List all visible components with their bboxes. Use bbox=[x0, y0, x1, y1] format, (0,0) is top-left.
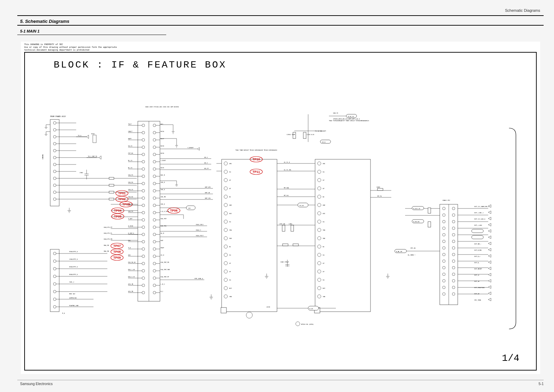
svg-text:MT_FO: MT_FO bbox=[377, 195, 382, 197]
svg-rect-329 bbox=[303, 132, 306, 139]
svg-point-161 bbox=[153, 262, 156, 265]
svg-point-100 bbox=[142, 189, 145, 192]
svg-text:N_C: N_C bbox=[161, 291, 163, 292]
svg-rect-409 bbox=[428, 222, 431, 227]
svg-text:AGC: AGC bbox=[229, 213, 232, 214]
svg-text:EXT_+_620: EXT_+_620 bbox=[474, 224, 482, 226]
svg-point-228 bbox=[53, 267, 56, 270]
svg-point-372 bbox=[443, 233, 445, 236]
svg-text:EXT_B_REC: EXT_B_REC bbox=[474, 249, 482, 251]
svg-text:L_N_1: L_N_1 bbox=[161, 283, 165, 285]
svg-text:NCE: NCE bbox=[161, 240, 163, 241]
svg-point-393 bbox=[443, 279, 445, 282]
svg-text:VES_E: VES_E bbox=[161, 189, 165, 190]
svg-text:AT: AT bbox=[323, 188, 324, 189]
svg-text:DXG/CTV_PT: DXG/CTV_PT bbox=[104, 226, 113, 228]
svg-text:XRC: XRC bbox=[323, 163, 325, 164]
svg-text:DXG/CTV_PL: DXG/CTV_PL bbox=[104, 232, 113, 234]
connector-left-main: FROM POWER ASSY CHROMA bbox=[42, 115, 104, 206]
footer-right: 5-1 bbox=[539, 382, 544, 386]
svg-point-166 bbox=[142, 269, 145, 272]
svg-text:EXT_+_REC_+: EXT_+_REC_+ bbox=[474, 212, 484, 214]
svg-text:SV_03: SV_03 bbox=[300, 205, 304, 206]
svg-text:YRA: YRA bbox=[323, 229, 325, 231]
svg-point-154 bbox=[142, 255, 145, 258]
svg-point-388 bbox=[452, 266, 455, 269]
svg-text:AXPER/20V: AXPER/20V bbox=[69, 297, 77, 299]
svg-text:EN1: EN1 bbox=[128, 240, 131, 241]
connector-right: CN001 STV bbox=[440, 199, 488, 305]
svg-text:CNGLT: CNGLT bbox=[128, 131, 133, 132]
svg-text:HWFT: HWFT bbox=[128, 138, 132, 140]
svg-text:B_04_YX: B_04_YX bbox=[348, 116, 354, 117]
svg-text:EXT_Y/C_620_A: EXT_Y/C_620_A bbox=[474, 218, 485, 220]
svg-point-316 bbox=[318, 270, 321, 273]
svg-point-179 bbox=[153, 284, 156, 287]
svg-point-15 bbox=[53, 170, 56, 173]
svg-point-271 bbox=[224, 245, 227, 248]
svg-point-310 bbox=[318, 245, 321, 248]
svg-rect-39 bbox=[109, 177, 114, 179]
svg-point-53 bbox=[153, 131, 156, 134]
svg-point-3 bbox=[53, 128, 56, 131]
svg-text:VES_E: VES_E bbox=[161, 181, 165, 183]
svg-text:VXA_B1: VXA_B1 bbox=[128, 196, 133, 198]
svg-text:VXA_P1: VXA_P1 bbox=[128, 211, 133, 212]
svg-text:EXT_HI: EXT_HI bbox=[474, 293, 480, 295]
svg-text:EXT_B_+: EXT_B_+ bbox=[474, 256, 480, 257]
svg-point-9 bbox=[53, 149, 56, 152]
svg-point-234 bbox=[53, 290, 56, 293]
svg-text:SG: SG bbox=[323, 254, 324, 256]
svg-text:DXG_V_YV: DXG_V_YV bbox=[128, 276, 135, 278]
svg-point-355 bbox=[296, 322, 300, 326]
svg-point-306 bbox=[318, 228, 321, 232]
svg-text:OD_CP: OD_CP bbox=[204, 168, 209, 169]
svg-text:YHIL_C: YHIL_C bbox=[69, 281, 74, 283]
svg-text:AYG_FB: AYG_FB bbox=[128, 291, 133, 292]
svg-text:C002 470uF: C002 470uF bbox=[280, 261, 289, 263]
svg-point-52 bbox=[142, 131, 145, 134]
svg-text:NC: NC bbox=[229, 246, 231, 248]
svg-text:NCI: NCI bbox=[323, 287, 325, 289]
svg-point-149 bbox=[153, 248, 156, 250]
svg-text:IDE: IDE bbox=[229, 238, 232, 239]
svg-text:SG: SG bbox=[229, 254, 231, 256]
svg-text:IDE: IDE bbox=[323, 238, 325, 239]
svg-text:EXT_+K: EXT_+K bbox=[474, 280, 480, 282]
svg-point-65 bbox=[153, 146, 156, 149]
svg-text:TX_1_INT_TX: TX_1_INT_TX bbox=[88, 155, 97, 157]
svg-point-384 bbox=[443, 260, 445, 262]
svg-point-363 bbox=[443, 214, 445, 216]
svg-text:TP08: TP08 bbox=[113, 250, 121, 253]
svg-rect-42 bbox=[109, 198, 114, 200]
svg-text:BT293 5K (4970): BT293 5K (4970) bbox=[301, 323, 314, 325]
svg-point-64 bbox=[142, 146, 145, 149]
svg-text:A_SXLD: A_SXLD bbox=[128, 225, 133, 227]
svg-text:YRA: YRA bbox=[229, 229, 232, 231]
svg-text:SG: SG bbox=[323, 279, 324, 281]
svg-text:SV_8: SV_8 bbox=[322, 141, 325, 143]
top-right-net: B_04_YX SAD_YX JP1RX\nZEG\nR1:01\nNTS:NF… bbox=[329, 112, 360, 120]
svg-text:OHS_TR1: OHS_TR1 bbox=[161, 225, 167, 227]
svg-point-137 bbox=[153, 233, 156, 236]
svg-point-399 bbox=[443, 293, 445, 295]
svg-text:EXG_EH_UV: EXG_EH_UV bbox=[128, 261, 136, 263]
svg-point-224 bbox=[53, 252, 56, 255]
svg-point-396 bbox=[443, 286, 445, 289]
svg-point-300 bbox=[318, 203, 321, 207]
svg-point-290 bbox=[318, 162, 321, 165]
svg-point-82 bbox=[142, 168, 145, 170]
svg-point-385 bbox=[452, 260, 455, 262]
svg-text:DXG/CTV_PR: DXG/CTV_PR bbox=[104, 238, 113, 240]
svg-point-281 bbox=[224, 286, 227, 290]
svg-text:XT: XT bbox=[229, 271, 231, 273]
svg-point-136 bbox=[142, 233, 145, 236]
mid-right-network: R455 MT_FO bbox=[370, 186, 391, 197]
svg-text:RED 10V: RED 10V bbox=[69, 293, 75, 295]
svg-text:EXT_Y/C_ADDR_REC_+: EXT_Y/C_ADDR_REC_+ bbox=[474, 206, 490, 207]
svg-text:OD_4: OD_4 bbox=[204, 157, 208, 158]
svg-text:+B0: +B0 bbox=[229, 296, 232, 297]
schematic-frame: This DRAWING is PROPERTY of SEC Use or c… bbox=[21, 42, 540, 374]
svg-point-143 bbox=[153, 240, 156, 243]
svg-text:NC18: NC18 bbox=[161, 152, 164, 154]
